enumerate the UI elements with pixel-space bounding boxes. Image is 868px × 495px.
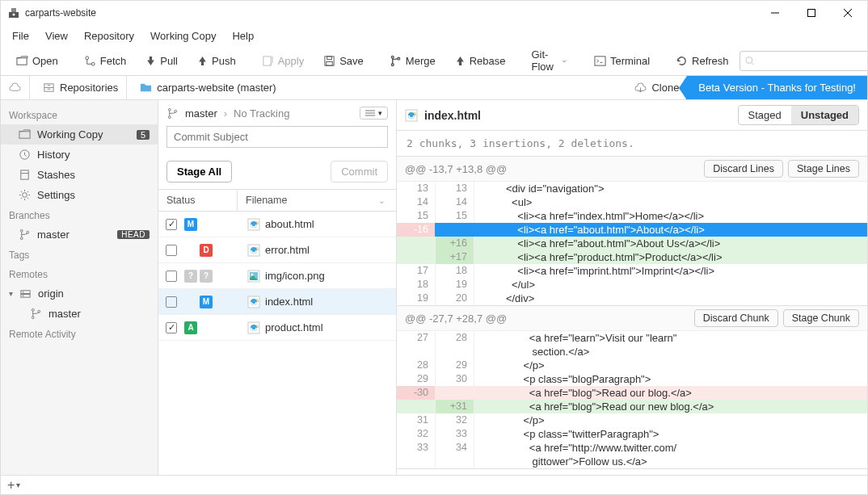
sidebar-history[interactable]: History [1, 145, 158, 165]
status-badge: ? [184, 270, 197, 283]
stage-button[interactable]: Stage Chunk [783, 309, 859, 327]
diff-line[interactable]: +31 <a href="blog">Read our new blog.</a… [397, 400, 867, 413]
head-badge: HEAD [117, 230, 150, 239]
file-row[interactable]: Derror.html [158, 237, 396, 263]
branch-icon [166, 107, 179, 120]
title-bar: carparts-website [1, 1, 867, 25]
stage-checkbox[interactable] [166, 296, 177, 308]
diff-line[interactable]: 2728 <a href="learn">Visit our "learn" s… [397, 331, 867, 359]
menu-file[interactable]: File [6, 27, 36, 44]
search-field[interactable] [739, 51, 868, 71]
commit-subject-input[interactable] [166, 126, 388, 148]
menu-view[interactable]: View [39, 27, 74, 44]
svg-point-29 [20, 237, 23, 240]
apply-button[interactable]: Apply [253, 51, 314, 71]
diff-body: @@ -13,7 +13,8 @@Discard LinesStage Line… [397, 157, 867, 475]
svg-point-14 [391, 56, 394, 58]
commit-button[interactable]: Commit [331, 161, 388, 182]
stage-checkbox[interactable] [166, 271, 177, 282]
rebase-button[interactable]: Rebase [446, 51, 515, 71]
svg-rect-1 [11, 8, 16, 12]
folder-icon [19, 128, 31, 141]
search-input[interactable] [757, 55, 868, 66]
sidebar-stashes[interactable]: Stashes [1, 165, 158, 185]
svg-rect-10 [263, 56, 271, 65]
diff-line[interactable]: 3233 <p class="twitterParagraph"> [397, 427, 867, 441]
svg-rect-4 [807, 10, 815, 17]
stage-checkbox[interactable] [166, 245, 177, 256]
discard-button[interactable]: Discard Lines [704, 160, 783, 178]
open-button[interactable]: Open [7, 51, 67, 71]
status-badge: D [200, 244, 213, 257]
menu-working-copy[interactable]: Working Copy [144, 27, 222, 44]
svg-line-19 [751, 62, 753, 65]
sidebar-remote-origin[interactable]: ▾origin [1, 283, 158, 304]
file-row[interactable]: ✓Mabout.html [158, 212, 396, 237]
repositories-tab[interactable]: Repositories [35, 76, 127, 99]
merge-icon [390, 55, 402, 67]
menu-help[interactable]: Help [225, 27, 260, 44]
diff-line[interactable]: 2829 </p> [397, 359, 867, 372]
stage-checkbox[interactable]: ✓ [166, 322, 177, 333]
minimize-button[interactable] [756, 1, 793, 25]
changes-panel: master › No Tracking ▾ Stage All Commit … [158, 100, 397, 475]
diff-line[interactable]: +17 <li><a href="product.html">Product</… [397, 250, 867, 264]
menu-bar: File View Repository Working Copy Help [1, 25, 867, 46]
diff-line[interactable]: 2930 <p class="blogParagraph"> [397, 372, 867, 386]
svg-point-27 [23, 193, 27, 198]
diff-line[interactable]: -30 <a href="blog">Read our blog.</a> [397, 386, 867, 400]
diff-line[interactable]: -16 <li><a href="about.html">About</a></… [397, 223, 867, 237]
add-button[interactable]: + [7, 478, 15, 493]
discard-button[interactable]: Discard Chunk [694, 309, 778, 327]
diff-line[interactable]: +16 <li><a href="about.html">About Us</a… [397, 237, 867, 250]
fetch-icon [84, 55, 96, 67]
stage-checkbox[interactable]: ✓ [166, 219, 177, 230]
push-button[interactable]: Push [188, 51, 245, 71]
menu-repository[interactable]: Repository [78, 27, 141, 44]
hunk-range: @@ -27,7 +28,7 @@ [405, 313, 507, 325]
diff-line[interactable]: 3132 </p> [397, 413, 867, 427]
diff-line[interactable]: 3334 <a href="http://www.twitter.com/ gi… [397, 441, 867, 468]
refresh-button[interactable]: Refresh [667, 51, 738, 71]
svg-point-40 [175, 110, 177, 112]
close-button[interactable] [829, 1, 866, 25]
diff-line[interactable]: 1819 </ul> [397, 278, 867, 292]
pull-button[interactable]: Pull [137, 51, 187, 71]
sidebar-working-copy[interactable]: Working Copy5 [1, 124, 158, 145]
sidebar-branch-master[interactable]: masterHEAD [1, 224, 158, 245]
svg-point-35 [32, 308, 34, 311]
file-name: img/icon.png [265, 270, 325, 282]
repo-path[interactable]: carparts-website (master) [132, 82, 284, 94]
fetch-button[interactable]: Fetch [75, 51, 136, 71]
file-row[interactable]: ✓Aproduct.html [158, 315, 396, 341]
cloud-tab[interactable] [1, 76, 30, 99]
maximize-icon [807, 9, 815, 17]
stage-all-button[interactable]: Stage All [166, 161, 232, 182]
file-row[interactable]: Mindex.html [158, 289, 396, 315]
diff-line[interactable]: 1718 <li><a href="imprint.html">Imprint<… [397, 264, 867, 278]
save-button[interactable]: Save [314, 51, 373, 71]
merge-button[interactable]: Merge [381, 51, 445, 71]
stage-button[interactable]: Stage Lines [788, 160, 859, 178]
diff-line[interactable]: 1515 <li><a href="index.html">Home</a></… [397, 209, 867, 223]
diff-line[interactable]: 1313 <div id="navigation"> [397, 182, 867, 195]
staged-tab[interactable]: Staged [739, 106, 791, 124]
gitflow-button[interactable]: Git-Flow [523, 44, 577, 77]
unstaged-tab[interactable]: Unstaged [791, 106, 858, 124]
svg-rect-31 [21, 291, 30, 294]
file-row[interactable]: ??img/icon.png [158, 263, 396, 289]
beta-banner: Beta Version - Thanks for Testing! [687, 76, 867, 99]
clone-button[interactable]: Clone [626, 76, 687, 99]
terminal-button[interactable]: Terminal [585, 51, 659, 71]
hunk-header: @@ -27,7 +28,7 @@Discard ChunkStage Chun… [397, 306, 867, 331]
options-dropdown[interactable]: ▾ [360, 107, 388, 120]
diff-line[interactable]: 1920 </div> [397, 292, 867, 305]
open-icon [16, 55, 28, 67]
hunk-header: @@ -13,7 +13,8 @@Discard LinesStage Line… [397, 157, 867, 182]
maximize-button[interactable] [793, 1, 829, 25]
sidebar-settings[interactable]: Settings [1, 185, 158, 205]
svg-rect-12 [327, 56, 332, 59]
diff-line[interactable]: 1414 <ul> [397, 195, 867, 209]
sidebar-remote-branch-master[interactable]: master [1, 304, 158, 324]
status-bar: +▾ [1, 475, 867, 494]
